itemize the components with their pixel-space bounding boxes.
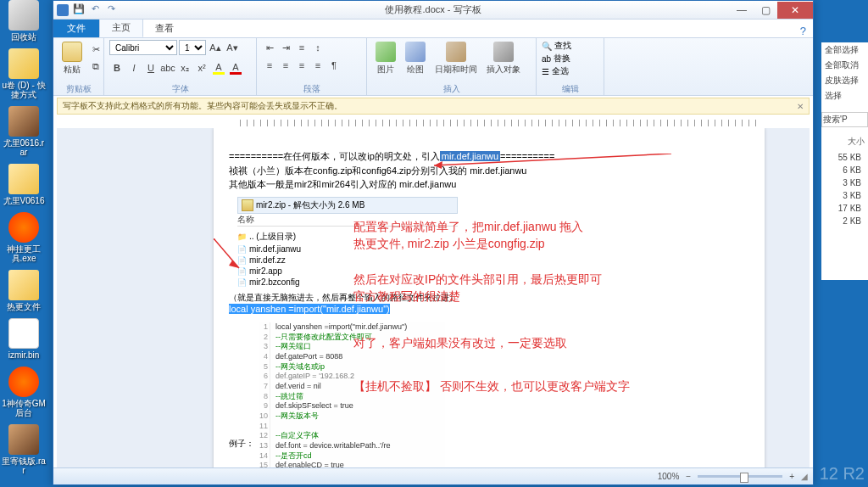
rp-none[interactable]: 全部取消 xyxy=(821,58,868,73)
minimize-button[interactable]: — xyxy=(730,2,754,19)
zoom-slider[interactable] xyxy=(698,475,782,478)
rp-all[interactable]: 全部选择 xyxy=(821,42,868,58)
paint-icon xyxy=(405,42,426,62)
datetime-button[interactable]: 日期和时间 xyxy=(431,40,481,77)
annotation-3: 然后在对应改IP的文件头部引用，最后热更即可 xyxy=(353,272,602,288)
bold-button[interactable]: B xyxy=(109,60,125,76)
archive-icon xyxy=(242,199,253,211)
file-icon xyxy=(8,367,39,397)
ribbon-tabs: 文件 主页 查看 ? xyxy=(53,20,813,38)
find-button[interactable]: 🔍查找 xyxy=(542,40,571,52)
desktop-icon[interactable]: 回收站 xyxy=(2,0,46,42)
page[interactable]: ==========在任何版本，可以改ip的明文处，引入mir.def.jian… xyxy=(214,128,765,467)
rp-size-h: 大小 xyxy=(821,134,868,149)
size-value: 6 KB xyxy=(825,164,865,176)
size-value: 2 KB xyxy=(825,215,865,227)
superscript-button[interactable]: x² xyxy=(194,60,209,76)
zip-row: mir2.zip - 解包大小为 2.6 MB xyxy=(237,197,458,214)
shrink-font-button[interactable]: A▾ xyxy=(225,40,240,55)
object-button[interactable]: 插入对象 xyxy=(483,40,524,77)
file-tab[interactable]: 文件 xyxy=(53,20,99,37)
desktop-icon[interactable]: 热更文件 xyxy=(2,270,46,311)
example-label: 例子： xyxy=(229,319,259,467)
home-tab[interactable]: 主页 xyxy=(99,18,143,37)
selected-code-line[interactable]: local yanshen =import("mir.def.jianwu") xyxy=(229,304,390,314)
desktop-icon[interactable]: 尤里V0616 xyxy=(2,164,46,205)
grow-font-button[interactable]: A▴ xyxy=(208,40,223,55)
rp-sel[interactable]: 选择 xyxy=(821,88,868,104)
desktop-icon[interactable]: u卷 (D) - 快捷方式 xyxy=(2,48,46,99)
file-icon xyxy=(8,106,39,137)
align-justify-button[interactable]: ≡ xyxy=(310,58,326,73)
desktop-icon[interactable]: 1神传奇GM后台 xyxy=(2,367,46,417)
file-icon xyxy=(8,48,39,79)
align-left-button[interactable]: ≡ xyxy=(262,58,277,73)
desktop-icon[interactable]: 里寄钱版.rar xyxy=(2,424,46,475)
status-bar: 100% − + ◢ xyxy=(53,467,813,484)
app-icon[interactable] xyxy=(57,4,69,16)
font-name-select[interactable]: Calibri xyxy=(109,40,177,55)
rp-search[interactable]: 搜索'P xyxy=(821,112,868,127)
replace-icon: ab xyxy=(542,54,551,64)
copy-button[interactable]: ⧉ xyxy=(88,59,103,74)
align-right-button[interactable]: ≡ xyxy=(294,58,309,73)
warning-close-button[interactable]: ✕ xyxy=(797,102,804,111)
select-icon: ☰ xyxy=(542,67,549,76)
zoom-in-button[interactable]: + xyxy=(789,472,794,481)
paint-button[interactable]: 绘图 xyxy=(402,40,429,77)
highlighted-import: mir.def.jianwu xyxy=(440,151,500,161)
list-item[interactable]: mir.def.zz xyxy=(237,255,458,266)
resize-grip-icon[interactable]: ◢ xyxy=(801,472,808,481)
rp-skin[interactable]: 皮肤选择 xyxy=(821,73,868,88)
paste-button[interactable]: 粘贴 xyxy=(58,40,86,77)
linespacing-button[interactable]: ↕ xyxy=(310,40,326,55)
qat-undo-icon[interactable]: ↶ xyxy=(88,3,102,17)
view-tab[interactable]: 查看 xyxy=(143,20,186,37)
svg-line-2 xyxy=(214,238,239,268)
close-button[interactable]: ✕ xyxy=(777,2,813,19)
inc-indent-button[interactable]: ⇥ xyxy=(278,40,293,55)
annotation-4: 官方教程写的很清楚 xyxy=(353,289,460,305)
file-icon xyxy=(8,212,39,243)
qat-save-icon[interactable]: 💾 xyxy=(72,3,86,17)
file-icon xyxy=(8,318,39,349)
bullets-button[interactable]: ≡ xyxy=(294,40,309,55)
ribbon: 粘贴 ✂ ⧉ 剪贴板 Calibri 10.5 A▴ A▾ B I xyxy=(53,38,813,96)
titlebar: 💾 ↶ ↷ 使用教程.docx - 写字板 — ▢ ✕ xyxy=(53,1,813,20)
file-icon xyxy=(8,424,39,455)
desktop-icon[interactable]: 尤里0616.rar xyxy=(2,106,46,157)
cut-button[interactable]: ✂ xyxy=(88,42,103,57)
highlight-button[interactable]: A xyxy=(211,60,226,76)
para-dialog-button[interactable]: ¶ xyxy=(326,58,342,73)
selectall-button[interactable]: ☰全选 xyxy=(542,65,569,77)
wordpad-window: 💾 ↶ ↷ 使用教程.docx - 写字板 — ▢ ✕ 文件 主页 查看 ? 粘… xyxy=(53,0,814,485)
clipboard-icon xyxy=(62,42,82,62)
desktop-icon[interactable]: 神挂更工具.exe xyxy=(2,212,46,263)
subscript-button[interactable]: x₂ xyxy=(177,60,192,76)
underline-button[interactable]: U xyxy=(143,60,159,76)
picture-button[interactable]: 图片 xyxy=(372,40,399,77)
maximize-button[interactable]: ▢ xyxy=(754,2,777,19)
file-icon xyxy=(8,270,39,300)
dec-indent-button[interactable]: ⇤ xyxy=(262,40,277,55)
file-icon xyxy=(8,164,39,194)
annotation-6: 【挂机不捡取】 否则不生效，也可以更改客户端文字 xyxy=(353,379,630,395)
font-color-button[interactable]: A xyxy=(228,60,243,76)
strike-button[interactable]: abc xyxy=(160,60,175,76)
font-size-select[interactable]: 10.5 xyxy=(179,40,206,55)
help-icon[interactable]: ? xyxy=(800,25,806,37)
desktop-icon[interactable]: izmir.bin xyxy=(2,318,46,360)
annotation-1: 配置客户端就简单了，把mir.def.jianwu 拖入 xyxy=(353,220,583,235)
zoom-out-button[interactable]: − xyxy=(686,472,691,481)
file-icon xyxy=(8,0,39,31)
format-warning: 写字板不支持此文档格式的所有功能。某些内容可能会丢失或显示不正确。 ✕ xyxy=(57,98,810,115)
search-icon: 🔍 xyxy=(542,42,552,51)
document-area[interactable]: ==========在任何版本，可以改ip的明文处，引入mir.def.jian… xyxy=(57,128,810,467)
size-value: 3 KB xyxy=(825,176,865,189)
replace-button[interactable]: ab替换 xyxy=(542,53,570,64)
italic-button[interactable]: I xyxy=(126,60,142,76)
annotation-5: 对了，客户端如果没有改过，一定要选取 xyxy=(353,336,567,351)
qat-redo-icon[interactable]: ↷ xyxy=(104,3,118,17)
size-value: 17 KB xyxy=(825,202,865,215)
align-center-button[interactable]: ≡ xyxy=(278,58,293,73)
